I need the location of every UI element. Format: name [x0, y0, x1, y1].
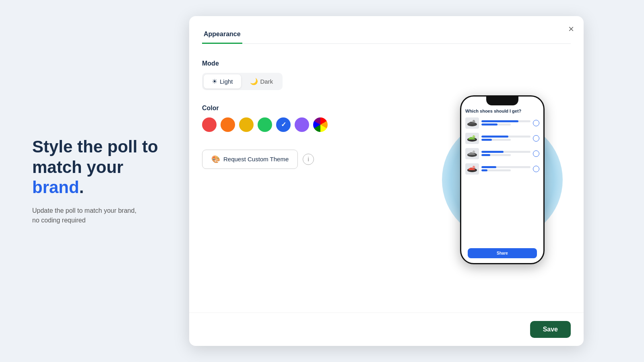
- settings-panel: Mode ☀ Light 🌙 Dark Color: [202, 60, 418, 300]
- color-swatches: [202, 117, 418, 132]
- save-button[interactable]: Save: [530, 321, 571, 338]
- custom-theme-label: Request Custom Theme: [223, 156, 289, 162]
- hero-description: Update the poll to match your brand,no c…: [32, 206, 161, 225]
- hero-heading-brand: brand: [32, 178, 79, 197]
- shoe-image-1: [465, 117, 479, 129]
- tab-appearance[interactable]: Appearance: [202, 26, 242, 44]
- dark-mode-button[interactable]: 🌙 Dark: [242, 74, 281, 88]
- poll-bars-4: [481, 166, 530, 171]
- shoe-image-4: [465, 163, 479, 175]
- phone-preview: Which shoes should I get?: [434, 60, 571, 300]
- bar-top-2: [481, 136, 530, 138]
- poll-radio-4[interactable]: [533, 166, 539, 172]
- mode-selector: ☀ Light 🌙 Dark: [202, 73, 283, 90]
- poll-option-3: [465, 148, 539, 159]
- bar-bottom-2: [481, 139, 511, 141]
- dark-mode-label: Dark: [260, 78, 273, 85]
- page-wrapper: Style the poll to match your brand. Upda…: [0, 0, 644, 362]
- phone-screen: Which shoes should I get?: [461, 97, 543, 263]
- appearance-modal: × Appearance Mode ☀ Light 🌙: [189, 16, 584, 346]
- color-swatch-red[interactable]: [202, 117, 217, 132]
- poll-bars-3: [481, 151, 530, 156]
- poll-radio-2[interactable]: [533, 135, 539, 142]
- modal-header: × Appearance: [189, 16, 584, 44]
- left-panel: Style the poll to match your brand. Upda…: [0, 113, 185, 249]
- close-button[interactable]: ×: [568, 24, 574, 34]
- poll-bars-1: [481, 120, 530, 125]
- color-swatch-yellow[interactable]: [239, 117, 254, 132]
- color-swatch-multicolor[interactable]: [313, 117, 328, 132]
- hero-heading-end: .: [79, 178, 84, 197]
- mode-section: Mode ☀ Light 🌙 Dark: [202, 60, 418, 90]
- poll-radio-3[interactable]: [533, 150, 539, 157]
- modal-footer: Save: [189, 313, 584, 346]
- palette-icon: 🎨: [211, 155, 220, 164]
- color-swatch-green[interactable]: [258, 117, 272, 132]
- bar-top-3: [481, 151, 530, 153]
- bar-top-1: [481, 120, 530, 122]
- shoe-image-2: [465, 133, 479, 144]
- shoe-svg-2: [466, 134, 478, 143]
- bar-bottom-1: [481, 123, 511, 125]
- shoe-svg-3: [466, 149, 478, 158]
- share-button[interactable]: Share: [468, 248, 537, 258]
- hero-heading-start: Style the poll to match your: [32, 137, 158, 176]
- moon-icon: 🌙: [250, 78, 258, 85]
- hero-heading: Style the poll to match your brand.: [32, 137, 161, 197]
- poll-option-2: [465, 133, 539, 144]
- color-section: Color: [202, 105, 418, 132]
- mode-label: Mode: [202, 60, 418, 67]
- bar-bottom-4: [481, 169, 511, 171]
- custom-theme-row: 🎨 Request Custom Theme i: [202, 150, 418, 169]
- bar-top-4: [481, 166, 530, 168]
- poll-bars-2: [481, 136, 530, 141]
- color-swatch-orange[interactable]: [221, 117, 235, 132]
- color-label: Color: [202, 105, 418, 112]
- request-custom-theme-button[interactable]: 🎨 Request Custom Theme: [202, 150, 298, 169]
- shoe-svg-4: [466, 165, 478, 173]
- info-icon[interactable]: i: [303, 154, 314, 165]
- modal-body: Mode ☀ Light 🌙 Dark Color: [189, 44, 584, 313]
- light-mode-label: Light: [220, 78, 233, 85]
- bar-bottom-3: [481, 154, 511, 156]
- modal-tabs: Appearance: [202, 26, 571, 44]
- poll-title: Which shoes should I get?: [465, 109, 539, 113]
- phone-content: Which shoes should I get?: [461, 105, 543, 245]
- poll-radio-1[interactable]: [533, 120, 539, 126]
- shoe-svg-1: [466, 119, 478, 128]
- sun-icon: ☀: [212, 78, 217, 85]
- color-swatch-purple[interactable]: [295, 117, 309, 132]
- poll-option-1: [465, 117, 539, 129]
- poll-option-4: [465, 163, 539, 175]
- phone-frame: Which shoes should I get?: [460, 95, 545, 264]
- phone-notch: [486, 97, 518, 105]
- color-swatch-blue[interactable]: [276, 117, 291, 132]
- shoe-image-3: [465, 148, 479, 159]
- light-mode-button[interactable]: ☀ Light: [204, 74, 241, 88]
